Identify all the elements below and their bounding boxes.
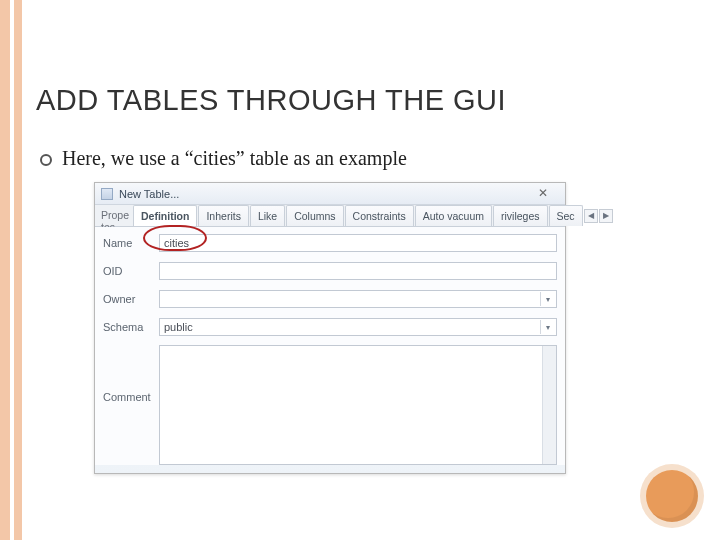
schema-field-value: public <box>164 321 193 333</box>
tab-definition[interactable]: Definition <box>133 205 197 226</box>
decoration-stripe-inner <box>14 0 22 540</box>
name-field-value: cities <box>164 237 189 249</box>
tab-constraints[interactable]: Constraints <box>345 205 414 226</box>
name-label: Name <box>103 237 159 249</box>
table-icon <box>101 188 113 200</box>
tab-privileges[interactable]: rivileges <box>493 205 548 226</box>
chevron-down-icon[interactable]: ▾ <box>540 320 554 334</box>
comment-textarea[interactable] <box>159 345 557 465</box>
tabstrip-left-label: Prope tes <box>95 205 133 226</box>
new-table-dialog: New Table... ✕ Prope tes Definition Inhe… <box>94 182 566 474</box>
owner-label: Owner <box>103 293 159 305</box>
tab-security[interactable]: Sec <box>549 205 583 226</box>
scrollbar[interactable] <box>542 346 556 464</box>
tab-autovacuum[interactable]: Auto vacuum <box>415 205 492 226</box>
schema-label: Schema <box>103 321 159 333</box>
tab-scroll-left-icon[interactable]: ◀ <box>584 209 598 223</box>
tab-like[interactable]: Like <box>250 205 285 226</box>
owner-field[interactable]: ▾ <box>159 290 557 308</box>
dialog-titlebar: New Table... ✕ <box>95 183 565 205</box>
comment-label: Comment <box>103 345 159 403</box>
decoration-stripe-outer <box>0 0 10 540</box>
oid-field[interactable] <box>159 262 557 280</box>
oid-label: OID <box>103 265 159 277</box>
decoration-corner-circle <box>646 470 698 522</box>
chevron-down-icon[interactable]: ▾ <box>540 292 554 306</box>
dialog-title: New Table... <box>119 188 527 200</box>
tab-columns[interactable]: Columns <box>286 205 343 226</box>
slide-bullet: Here, we use a “cities” table as an exam… <box>40 147 704 170</box>
tab-scroll-right-icon[interactable]: ▶ <box>599 209 613 223</box>
tab-inherits[interactable]: Inherits <box>198 205 248 226</box>
schema-field[interactable]: public ▾ <box>159 318 557 336</box>
dialog-tabstrip: Prope tes Definition Inherits Like Colum… <box>95 205 565 227</box>
dialog-body: Name cities OID Owner ▾ Schema <box>95 227 565 465</box>
name-field[interactable]: cities <box>159 234 557 252</box>
close-icon[interactable]: ✕ <box>527 187 559 201</box>
slide-title: ADD TABLES THROUGH THE GUI <box>36 84 704 117</box>
